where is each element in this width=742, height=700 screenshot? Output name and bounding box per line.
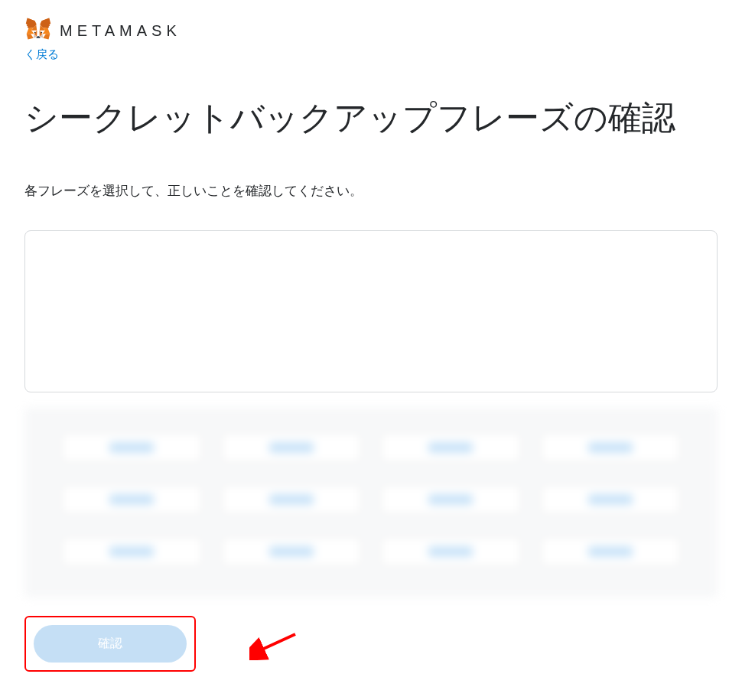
seed-word-chip[interactable]	[221, 432, 363, 463]
svg-marker-3	[27, 34, 34, 39]
seed-word-chip[interactable]	[540, 484, 682, 515]
seed-word-chip[interactable]	[540, 536, 682, 567]
seed-word-chip[interactable]	[540, 432, 682, 463]
annotation-highlight-box: 確認	[24, 616, 196, 672]
seed-word-chip[interactable]	[380, 484, 522, 515]
svg-line-18	[259, 634, 295, 651]
instruction-text: 各フレーズを選択して、正しいことを確認してください。	[24, 182, 718, 200]
back-link[interactable]: く戻る	[24, 47, 59, 62]
app-header: METAMASK	[24, 15, 718, 46]
seed-word-chip[interactable]	[380, 536, 522, 567]
svg-marker-2	[43, 34, 50, 39]
page-title: シークレットバックアップフレーズの確認	[24, 96, 718, 139]
seed-word-chip[interactable]	[221, 536, 363, 567]
confirm-section: 確認	[24, 616, 718, 672]
word-selection-grid	[24, 408, 718, 597]
brand-name: METAMASK	[60, 22, 181, 40]
seed-word-chip[interactable]	[221, 484, 363, 515]
metamask-fox-icon	[24, 15, 52, 46]
selected-phrase-area[interactable]	[24, 230, 718, 392]
seed-word-chip[interactable]	[61, 536, 203, 567]
confirm-button[interactable]: 確認	[34, 625, 187, 663]
seed-word-chip[interactable]	[61, 484, 203, 515]
seed-word-chip[interactable]	[380, 432, 522, 463]
seed-word-chip[interactable]	[61, 432, 203, 463]
annotation-arrow-icon	[249, 630, 303, 663]
